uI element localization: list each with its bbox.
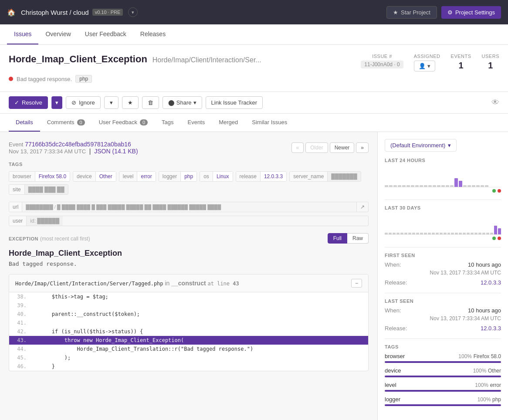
issue-num-badge: 11-J00nA0d · 0 — [361, 61, 403, 68]
exception-header-left: EXCEPTION (most recent call first) — [9, 235, 90, 242]
detail-panel: Event 77166b35dc2c48efbad597812a0bab16 N… — [0, 132, 377, 420]
nav-item-issues[interactable]: Issues — [7, 24, 38, 44]
tag-stat-level: level 100% error — [385, 382, 501, 388]
nav-item-user-feedback[interactable]: User Feedback — [78, 24, 133, 44]
tab-merged[interactable]: Merged — [212, 114, 245, 132]
nav-item-overview[interactable]: Overview — [38, 24, 78, 44]
tab-comments[interactable]: Comments 0 — [40, 114, 92, 132]
link-issue-tracker-button[interactable]: Link Issue Tracker — [206, 96, 263, 109]
tab-events[interactable]: Events — [180, 114, 212, 132]
last-event-button[interactable]: » — [356, 142, 369, 153]
link-tracker-label: Link Issue Tracker — [211, 99, 257, 106]
code-line-40: 40. parent::__construct($token); — [9, 310, 368, 318]
nav-bar: Issues Overview User Feedback Releases — [0, 24, 508, 45]
first-event-button[interactable]: « — [291, 142, 304, 153]
chart-24h-bars — [385, 166, 501, 187]
tags-section-label: TAGS — [9, 162, 369, 167]
tab-details[interactable]: Details — [9, 114, 40, 132]
first-seen-release-val[interactable]: 12.0.3.3 — [481, 279, 501, 286]
issue-title: Horde_Imap_Client_Exception — [9, 54, 147, 64]
event-id-link[interactable]: 77166b35dc2c48efbad597812a0bab16 — [25, 141, 131, 148]
settings-label: Project Settings — [455, 9, 495, 16]
bar — [450, 185, 454, 187]
bar — [415, 185, 419, 187]
bar — [463, 233, 466, 234]
tab-similar-issues[interactable]: Similar Issues — [245, 114, 294, 132]
resolve-button[interactable]: ✓ Resolve — [9, 96, 48, 109]
tag-stat-device: device 100% Other — [385, 367, 501, 374]
last-seen-date: Nov 13, 2017 7:33:34 AM UTC — [385, 315, 501, 322]
url-external-icon[interactable]: ↗ — [356, 202, 368, 212]
env-label: (Default Environment) — [390, 142, 445, 149]
delete-button[interactable]: 🗑 — [142, 96, 159, 109]
last-seen-label: LAST SEEN — [385, 298, 501, 304]
resolve-dropdown-button[interactable]: ▾ — [51, 96, 62, 109]
top-bar: 🏠 Christoph Wurst / cloud v0.10 · PRE ▾ … — [0, 0, 508, 24]
error-dot — [9, 77, 13, 81]
issue-header: Horde_Imap_Client_Exception Horde/Imap/C… — [0, 45, 508, 92]
lang-badge: php — [75, 75, 92, 83]
tag-url: url ████████ / █ ████ ████ █ ███ █████ █… — [9, 202, 369, 212]
chart-30d-dots — [385, 237, 501, 240]
last-24h-chart: LAST 24 HOURS — [385, 158, 501, 193]
eye-icon[interactable]: 👁 — [491, 98, 499, 107]
full-view-button[interactable]: Full — [328, 233, 347, 244]
bookmark-button[interactable]: ★ — [122, 96, 139, 109]
bar — [420, 185, 423, 187]
first-seen-release-key: Release: — [385, 279, 407, 286]
assign-button[interactable]: 👤 ▾ — [414, 61, 435, 71]
raw-view-button[interactable]: Raw — [347, 233, 369, 244]
bar-active — [498, 228, 501, 234]
bar — [385, 233, 388, 234]
event-date: Nov 13, 2017 7:33:34 AM UTC — [9, 148, 86, 155]
frame-header: Horde/Imap/Client/Interaction/Server/Tag… — [9, 274, 368, 292]
json-link[interactable]: JSON (14.1 KB) — [94, 148, 138, 155]
bar — [490, 233, 493, 234]
first-seen-release-row: Release: 12.0.3.3 — [385, 279, 501, 286]
tabs-bar: Details Comments 0 User Feedback 0 Tags … — [0, 114, 508, 132]
newer-event-button[interactable]: Newer — [330, 142, 355, 153]
first-seen-section: FIRST SEEN When: 10 hours ago Nov 13, 20… — [385, 253, 501, 286]
issue-title-row: Horde_Imap_Client_Exception Horde/Imap/C… — [9, 54, 499, 71]
project-version: v0.10 · PRE — [92, 9, 123, 16]
star-project-button[interactable]: ★ Star Project — [386, 6, 437, 19]
bar — [478, 233, 481, 234]
home-icon[interactable]: 🏠 — [7, 8, 16, 17]
bar — [411, 185, 414, 187]
older-event-button[interactable]: Older — [305, 142, 328, 153]
share-button[interactable]: ⬤ Share ▾ — [163, 96, 202, 109]
nav-item-releases[interactable]: Releases — [133, 24, 173, 44]
project-settings-button[interactable]: ⚙ Project Settings — [441, 6, 501, 19]
bar — [398, 185, 401, 187]
bar — [436, 233, 439, 234]
tag-level: level error — [119, 171, 156, 182]
star-label: Star Project — [401, 9, 430, 16]
issue-title-block: Horde_Imap_Client_Exception Horde/Imap/C… — [9, 54, 261, 65]
tab-user-feedback[interactable]: User Feedback 0 — [92, 114, 155, 132]
ignore-button[interactable]: ⊘ Ignore — [66, 96, 101, 109]
tag-logger: logger php — [159, 171, 197, 182]
environment-dropdown[interactable]: (Default Environment) ▾ — [385, 139, 457, 152]
last-30d-chart: LAST 30 DAYS — [385, 205, 501, 240]
last-seen-release-val[interactable]: 12.0.3.3 — [481, 325, 501, 332]
share-chevron: ▾ — [193, 99, 196, 106]
bar — [463, 185, 467, 187]
frame-collapse-button[interactable]: − — [351, 279, 362, 288]
bar — [481, 185, 484, 187]
ignore-dropdown-button[interactable]: ▾ — [104, 96, 119, 109]
code-line-39: 39. — [9, 301, 368, 310]
exception-title: Horde_Imap_Client_Exception — [9, 249, 369, 258]
sidebar-panel: (Default Environment) ▾ LAST 24 HOURS — [377, 132, 508, 420]
tag-stat-browser: browser 100% Firefox 58.0 — [385, 353, 501, 359]
event-nav-buttons: « Older Newer » — [291, 142, 369, 153]
project-dropdown-button[interactable]: ▾ — [128, 7, 138, 17]
bar — [485, 185, 488, 187]
event-info: Event 77166b35dc2c48efbad597812a0bab16 N… — [9, 141, 138, 155]
dot-green — [492, 237, 496, 240]
bar — [455, 233, 458, 234]
content-area: Event 77166b35dc2c48efbad597812a0bab16 N… — [0, 132, 508, 420]
issue-num-col: ISSUE # 11-J00nA0d · 0 — [361, 54, 403, 68]
tab-tags[interactable]: Tags — [155, 114, 180, 132]
check-icon: ✓ — [14, 99, 19, 106]
bar — [393, 233, 396, 234]
